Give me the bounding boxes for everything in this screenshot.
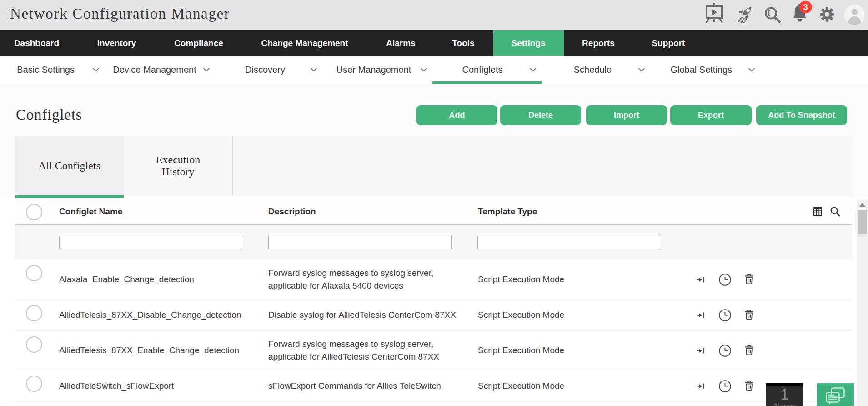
svg-text:3: 3 bbox=[803, 3, 808, 12]
